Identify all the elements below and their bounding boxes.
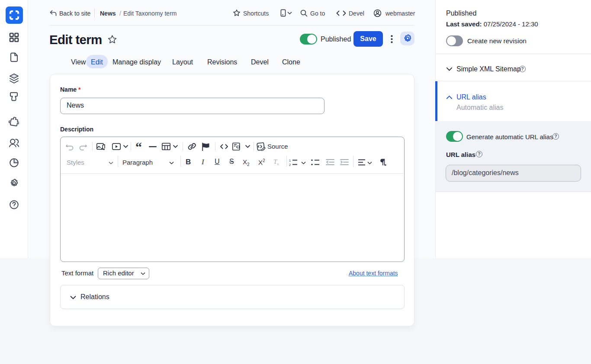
svg-text:“: “ [135,142,142,151]
svg-text:2: 2 [289,163,291,167]
svg-text:1: 1 [289,159,291,163]
